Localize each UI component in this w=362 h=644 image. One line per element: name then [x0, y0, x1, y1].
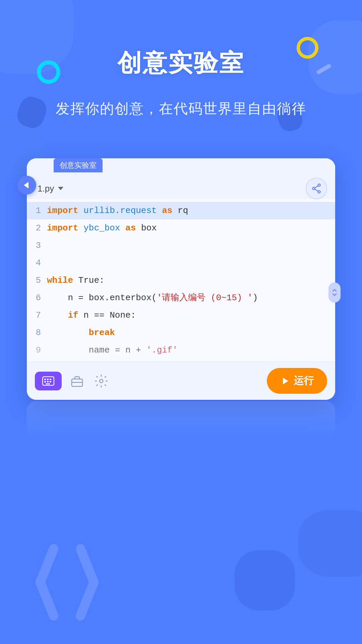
svg-rect-7 [47, 379, 49, 380]
code-line-2: 2 import ybc_box as box [27, 219, 335, 237]
share-icon [311, 183, 322, 194]
code-line-8: 8 break [27, 324, 335, 341]
run-button-label: 运行 [294, 374, 314, 388]
line-code-7: if n == None: [47, 307, 136, 324]
code-line-5: 5 while True: [27, 272, 335, 289]
card-header: 创意实验室 1.py [27, 158, 335, 199]
keyboard-button[interactable] [35, 372, 62, 390]
back-button[interactable] [17, 176, 36, 195]
editor-card-wrapper: 创意实验室 1.py [27, 158, 335, 441]
page-title: 创意实验室 [117, 47, 245, 79]
editor-card: 创意实验室 1.py [27, 158, 335, 400]
code-line-1: 1 import urllib.request as rq [27, 202, 335, 219]
back-chevron-icon [24, 182, 28, 189]
svg-marker-16 [283, 378, 288, 384]
line-code-8: break [47, 324, 115, 341]
line-number-3: 3 [27, 237, 47, 254]
tool-icon-1[interactable] [68, 372, 86, 390]
svg-rect-12 [46, 383, 50, 384]
card-toolbar: 运行 [27, 362, 335, 400]
code-area: 1 import urllib.request as rq 2 import y… [27, 199, 335, 362]
tab-label: 创意实验室 [54, 158, 103, 172]
briefcase-icon [70, 374, 84, 388]
code-line-3: 3 [27, 237, 335, 254]
run-icon [280, 376, 290, 386]
svg-point-15 [100, 379, 103, 383]
code-brackets-icon [20, 542, 114, 624]
code-line-4: 4 [27, 254, 335, 272]
line-code-2: import ybc_box as box [47, 219, 157, 237]
code-brackets-svg [20, 542, 114, 623]
code-line-7: 7 if n == None: [27, 307, 335, 324]
file-selector[interactable]: 1.py [35, 183, 63, 194]
svg-rect-9 [44, 381, 46, 382]
svg-rect-6 [44, 379, 46, 380]
reflection-card [27, 401, 335, 441]
svg-rect-8 [50, 379, 51, 380]
toolbar-left [35, 372, 110, 390]
keyboard-icon [42, 376, 54, 386]
code-line-6: 6 n = box.enterbox('请输入编号 (0~15) ') [27, 289, 335, 307]
line-number-9: 9 [27, 341, 47, 359]
svg-rect-11 [50, 381, 51, 382]
line-code-9: name = n + '.gif' [47, 341, 178, 359]
line-number-4: 4 [27, 254, 47, 272]
tool-icon-2[interactable] [93, 372, 110, 390]
file-name: 1.py [38, 183, 54, 194]
svg-line-3 [315, 186, 318, 188]
line-number-2: 2 [27, 219, 47, 237]
line-number-7: 7 [27, 307, 47, 324]
line-number-1: 1 [27, 202, 47, 219]
line-code-1: import urllib.request as rq [47, 202, 188, 219]
line-code-6: n = box.enterbox('请输入编号 (0~15) ') [47, 289, 258, 307]
main-content: 创意实验室 发挥你的创意，在代码世界里自由徜徉 创意实验室 1.py [0, 0, 362, 441]
code-line-9: 9 name = n + '.gif' [27, 341, 335, 359]
line-number-8: 8 [27, 324, 47, 341]
settings-icon [94, 374, 109, 388]
line-number-6: 6 [27, 289, 47, 307]
scroll-arrows-icon [331, 288, 335, 297]
share-button[interactable] [306, 178, 327, 199]
page-subtitle: 发挥你的创意，在代码世界里自由徜徉 [56, 99, 306, 118]
svg-rect-10 [47, 381, 49, 382]
chevron-down-icon [58, 187, 63, 190]
run-button[interactable]: 运行 [267, 368, 327, 394]
svg-line-4 [315, 189, 318, 191]
line-number-5: 5 [27, 272, 47, 289]
scroll-handle[interactable] [328, 282, 335, 303]
line-code-5: while True: [47, 272, 105, 289]
